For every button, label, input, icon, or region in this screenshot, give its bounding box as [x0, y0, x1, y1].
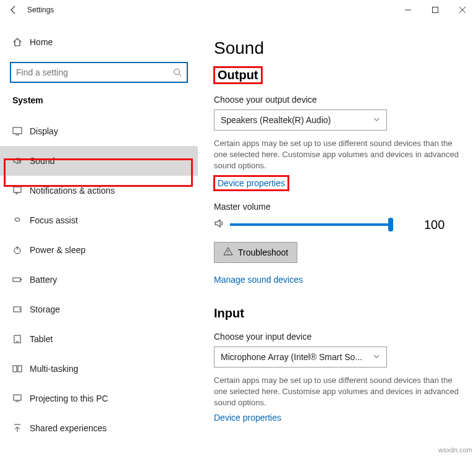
- sidebar-item-display[interactable]: Display: [0, 116, 198, 146]
- nav-label: Multi-tasking: [30, 364, 79, 374]
- home-icon: [12, 37, 30, 47]
- nav-label: Power & sleep: [30, 245, 85, 255]
- power-icon: [12, 245, 30, 255]
- tablet-icon: [12, 334, 30, 344]
- sidebar-item-shared-experiences[interactable]: Shared experiences: [0, 413, 198, 443]
- home-button[interactable]: Home: [0, 27, 198, 57]
- window-title: Settings: [27, 6, 54, 14]
- titlebar: Settings: [0, 0, 476, 20]
- search-field[interactable]: [16, 67, 182, 77]
- output-section-title: Output: [214, 67, 262, 84]
- sidebar-item-tablet[interactable]: Tablet: [0, 324, 198, 354]
- svg-rect-12: [20, 279, 22, 280]
- minimize-button[interactable]: [394, 0, 422, 20]
- chevron-down-icon: [373, 115, 380, 125]
- input-choose-label: Choose your input device: [214, 332, 466, 342]
- focus-assist-icon: [12, 215, 30, 225]
- nav-label: Storage: [30, 304, 60, 314]
- svg-rect-8: [14, 187, 21, 192]
- input-description: Certain apps may be set up to use differ…: [214, 375, 466, 409]
- svg-line-5: [179, 74, 182, 77]
- sidebar-item-notifications[interactable]: Notifications & actions: [0, 176, 198, 205]
- maximize-button[interactable]: [422, 0, 449, 20]
- output-description: Certain apps may be set up to use differ…: [214, 138, 466, 172]
- display-icon: [12, 126, 30, 136]
- battery-icon: [12, 275, 30, 285]
- svg-rect-1: [433, 7, 438, 13]
- nav-label: Shared experiences: [30, 423, 107, 433]
- close-button[interactable]: [449, 0, 476, 20]
- svg-rect-11: [13, 278, 20, 282]
- output-device-select[interactable]: Speakers (Realtek(R) Audio): [214, 110, 387, 131]
- sidebar-item-power-sleep[interactable]: Power & sleep: [0, 235, 198, 265]
- sidebar-item-sound[interactable]: Sound: [0, 146, 198, 176]
- svg-point-14: [19, 309, 20, 310]
- nav-label: Tablet: [30, 334, 53, 344]
- troubleshoot-label: Troubleshoot: [238, 247, 288, 257]
- troubleshoot-button[interactable]: Troubleshoot: [214, 242, 297, 263]
- manage-sound-link[interactable]: Manage sound devices: [214, 275, 303, 285]
- sidebar-item-multitasking[interactable]: Multi-tasking: [0, 354, 198, 384]
- sidebar: Home System Display Sound Notifications …: [0, 20, 198, 456]
- search-input[interactable]: [10, 62, 188, 83]
- watermark: wsxdn.com: [438, 446, 472, 454]
- search-icon: [173, 68, 182, 79]
- multitasking-icon: [12, 364, 30, 374]
- input-device-value: Microphone Array (Intel® Smart So...: [221, 352, 362, 362]
- volume-value: 100: [424, 218, 444, 232]
- back-button[interactable]: [0, 0, 27, 20]
- input-section-title: Input: [214, 306, 466, 320]
- chevron-down-icon: [373, 352, 380, 362]
- notifications-icon: [12, 186, 30, 196]
- group-header: System: [0, 90, 198, 116]
- slider-track[interactable]: [230, 223, 393, 226]
- output-choose-label: Choose your output device: [214, 95, 466, 105]
- sidebar-item-focus-assist[interactable]: Focus assist: [0, 205, 198, 235]
- svg-rect-18: [18, 366, 22, 372]
- svg-rect-19: [14, 395, 21, 400]
- sound-icon: [12, 156, 30, 166]
- nav-label: Battery: [30, 275, 57, 285]
- input-device-select[interactable]: Microphone Array (Intel® Smart So...: [214, 346, 387, 368]
- svg-point-22: [227, 253, 228, 254]
- nav-label: Focus assist: [30, 215, 78, 225]
- nav-label: Notifications & actions: [30, 186, 115, 196]
- output-device-value: Speakers (Realtek(R) Audio): [221, 115, 331, 125]
- input-device-properties-link[interactable]: Device properties: [214, 413, 281, 423]
- storage-icon: [12, 304, 30, 314]
- sidebar-item-projecting[interactable]: Projecting to this PC: [0, 384, 198, 413]
- main-content: Sound Output Choose your output device S…: [198, 20, 476, 456]
- home-label: Home: [30, 37, 53, 47]
- projecting-icon: [12, 394, 30, 403]
- svg-point-4: [174, 69, 180, 75]
- nav-label: Display: [30, 126, 58, 136]
- sidebar-item-battery[interactable]: Battery: [0, 265, 198, 295]
- sidebar-item-storage[interactable]: Storage: [0, 295, 198, 324]
- volume-slider[interactable]: [214, 218, 393, 231]
- speaker-icon: [214, 218, 225, 231]
- nav-label: Projecting to this PC: [30, 394, 108, 403]
- master-volume-label: Master volume: [214, 202, 466, 212]
- svg-rect-17: [13, 366, 17, 372]
- slider-thumb[interactable]: [388, 218, 393, 231]
- page-title: Sound: [214, 38, 466, 58]
- warning-icon: [223, 246, 233, 258]
- shared-icon: [12, 423, 30, 433]
- nav-label: Sound: [30, 156, 54, 166]
- device-properties-link[interactable]: Device properties: [214, 176, 289, 191]
- svg-rect-6: [13, 127, 22, 134]
